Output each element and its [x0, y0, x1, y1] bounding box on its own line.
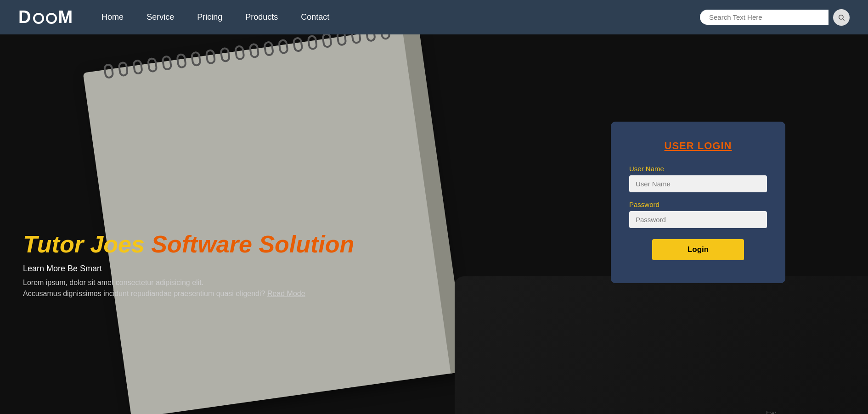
hero-section: Esc Tutor Joes Software Solution Learn M…	[0, 34, 868, 414]
login-button[interactable]: Login	[652, 239, 744, 260]
hero-title-orange: Software Solution	[151, 231, 354, 257]
notebook-visual	[83, 34, 459, 414]
nav-link-pricing[interactable]: Pricing	[197, 12, 222, 22]
search-input[interactable]	[700, 10, 829, 25]
search-button[interactable]	[833, 9, 850, 26]
notebook-body	[83, 34, 459, 414]
logo-text: DM	[18, 7, 74, 27]
main-nav: Home Service Pricing Products Contact	[101, 12, 329, 22]
search-area	[700, 9, 850, 26]
login-card: USER LOGIN User Name Password Login	[611, 122, 785, 283]
nav-item-service[interactable]: Service	[147, 12, 174, 22]
nav-item-products[interactable]: Products	[245, 12, 278, 22]
password-label: Password	[629, 201, 767, 208]
nav-item-contact[interactable]: Contact	[301, 12, 329, 22]
search-icon	[838, 14, 845, 21]
svg-line-1	[843, 19, 845, 21]
nav-link-service[interactable]: Service	[147, 12, 174, 22]
login-title: USER LOGIN	[629, 140, 767, 152]
username-input[interactable]	[629, 175, 767, 192]
navbar: DM Home Service Pricing Products Contact	[0, 0, 868, 34]
hero-text-block: Tutor Joes Software Solution Learn More …	[23, 231, 354, 299]
password-input[interactable]	[629, 211, 767, 228]
hero-title: Tutor Joes Software Solution	[23, 231, 354, 257]
hero-subtitle: Learn More Be Smart	[23, 264, 354, 274]
hero-body-line2: Accusamus dignissimos incidunt repudiand…	[23, 290, 265, 297]
nav-link-home[interactable]: Home	[101, 12, 124, 22]
nav-link-contact[interactable]: Contact	[301, 12, 329, 22]
password-group: Password	[629, 201, 767, 228]
hero-body: Lorem ipsum, dolor sit amet consectetur …	[23, 277, 317, 299]
username-group: User Name	[629, 165, 767, 192]
hero-title-yellow: Tutor Joes	[23, 231, 145, 257]
logo[interactable]: DM	[18, 7, 74, 27]
nav-item-pricing[interactable]: Pricing	[197, 12, 222, 22]
key-esc-label: Esc	[766, 409, 776, 414]
svg-point-0	[839, 15, 843, 19]
hero-body-line1: Lorem ipsum, dolor sit amet consectetur …	[23, 279, 203, 286]
keyboard-decoration: Esc	[455, 276, 868, 414]
read-more-link[interactable]: Read Mode	[267, 290, 305, 297]
username-label: User Name	[629, 165, 767, 173]
nav-item-home[interactable]: Home	[101, 12, 124, 22]
nav-link-products[interactable]: Products	[245, 12, 278, 22]
